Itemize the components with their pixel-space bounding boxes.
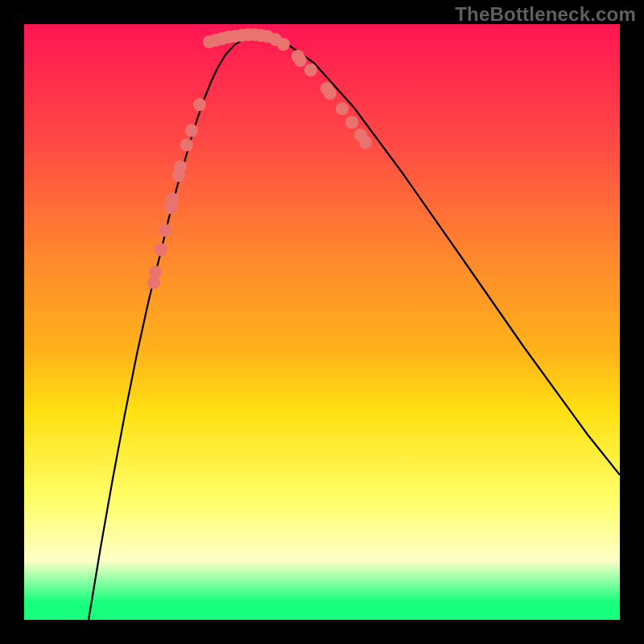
curve-svg xyxy=(24,24,620,620)
data-marker xyxy=(174,160,187,173)
data-marker xyxy=(345,116,358,129)
data-marker xyxy=(336,102,349,115)
data-marker xyxy=(185,124,198,137)
data-marker xyxy=(304,64,317,76)
data-marker xyxy=(155,243,167,256)
plot-area xyxy=(24,24,620,620)
data-marker xyxy=(359,136,372,149)
data-marker xyxy=(254,29,267,42)
data-marker xyxy=(324,87,336,100)
marker-group xyxy=(147,28,372,289)
data-marker xyxy=(193,98,206,111)
data-marker xyxy=(166,192,179,205)
data-marker xyxy=(277,38,290,51)
data-marker xyxy=(180,138,193,151)
chart-stage: TheBottleneck.com xyxy=(0,0,644,644)
data-marker xyxy=(149,266,162,279)
watermark-text: TheBottleneck.com xyxy=(455,3,636,26)
data-marker xyxy=(159,224,171,237)
data-marker xyxy=(294,54,307,67)
